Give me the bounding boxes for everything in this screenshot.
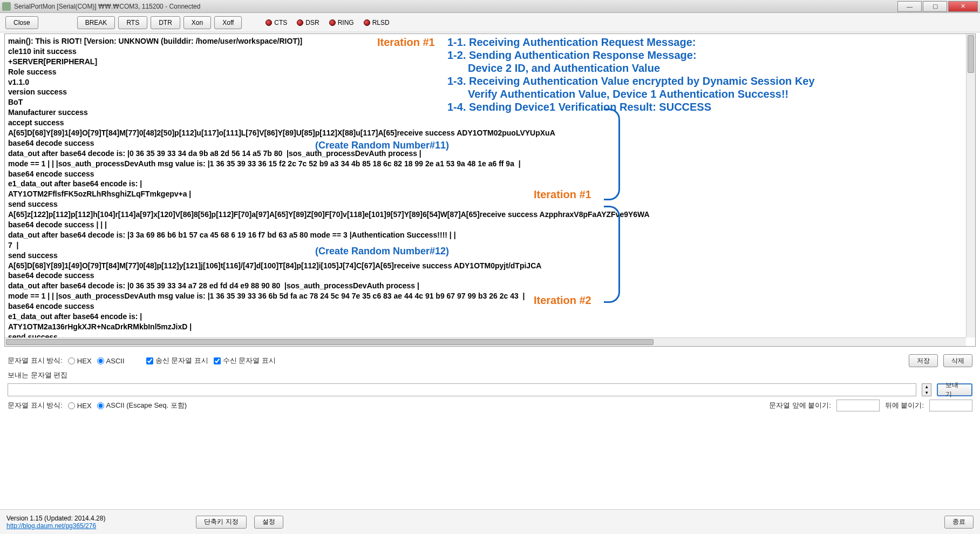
console-line: BoT	[8, 97, 972, 107]
edit-send-label: 보내는 문자열 편집	[8, 370, 67, 380]
close-button[interactable]: Close	[5, 16, 38, 29]
console-line: version success	[8, 87, 972, 97]
vertical-scrollbar[interactable]	[966, 34, 975, 337]
save-button[interactable]: 저장	[909, 354, 938, 367]
version-label: Version 1.15 (Updated: 2014.4.28)	[6, 515, 105, 522]
suffix-input[interactable]	[929, 400, 972, 411]
spinner[interactable]: ▲ ▼	[922, 383, 931, 396]
rts-button[interactable]: RTS	[118, 16, 147, 29]
led-cts: CTS	[266, 19, 287, 26]
led-dot-icon	[297, 19, 303, 26]
options-panel: 문자열 표시 방식: HEX ASCII 송신 문자열 표시 수신 문자열 표시…	[0, 348, 980, 418]
console-line: base64 decode success | | |	[8, 220, 972, 230]
scrollbar-thumb[interactable]	[6, 339, 654, 345]
console-line: mode == 1 | | |sos_auth_processDevAuth m…	[8, 159, 972, 169]
console-line: send success	[8, 199, 972, 209]
checkbox-show-tx[interactable]: 송신 문자열 표시	[146, 356, 208, 366]
blog-link[interactable]: http://blog.daum.net/pg365/276	[6, 522, 96, 530]
send-button[interactable]: 보내기	[937, 383, 972, 396]
exit-button[interactable]: 종료	[944, 516, 974, 529]
led-rlsd: RLSD	[364, 19, 390, 26]
minimize-button[interactable]: —	[897, 1, 922, 12]
console-line: send success	[8, 251, 972, 261]
window-close-button[interactable]: ✕	[948, 1, 978, 12]
console-line: A[65]z[122]p[112]p[112]h[104]r[114]a[97]…	[8, 209, 972, 220]
console-line: Manufacturer success	[8, 107, 972, 118]
scrollbar-thumb[interactable]	[968, 35, 974, 73]
prefix-input[interactable]	[836, 400, 880, 411]
radio-hex[interactable]: HEX	[68, 357, 92, 365]
console-line: base64 decode success	[8, 138, 972, 148]
checkbox-show-rx[interactable]: 수신 문자열 표시	[214, 356, 276, 366]
console-line: e1_data_out after base64 encode is: |	[8, 179, 972, 189]
footer: Version 1.15 (Updated: 2014.4.28) http:/…	[0, 509, 980, 534]
settings-button[interactable]: 설정	[254, 516, 283, 529]
console-line: data_out after base64 decode is: |3 3a 6…	[8, 230, 972, 240]
console-area: main(): This is RIOT! [Version: UNKNOWN …	[4, 33, 976, 347]
break-button[interactable]: BREAK	[77, 16, 115, 29]
console-line: base64 encode success	[8, 169, 972, 179]
console-line: +SERVER[PERIPHERAL]	[8, 57, 972, 67]
console-line: e1_data_out after base64 encode is: |	[8, 312, 972, 322]
console-line: mode == 1 | | |sos_auth_processDevAuth m…	[8, 291, 972, 301]
led-dot-icon	[266, 19, 272, 26]
console-line: ATY1OTM2a136rHgkXJR+NcaDrkRMkbInl5mzJixD…	[8, 322, 972, 332]
toolbar: Close BREAK RTS DTR Xon Xoff CTS DSR RIN…	[0, 13, 980, 32]
console-line: cle110 init success	[8, 46, 972, 57]
shortcut-button[interactable]: 단축키 지정	[196, 516, 246, 529]
console-line: v1.1.0	[8, 77, 972, 87]
window-title: SerialPortMon [Serial(COM)] ₩₩.₩COM3, 11…	[14, 3, 896, 10]
xon-button[interactable]: Xon	[183, 16, 211, 29]
console-line: 7 |	[8, 240, 972, 251]
xoff-button[interactable]: Xoff	[214, 16, 242, 29]
horizontal-scrollbar[interactable]	[5, 337, 966, 346]
console-line: data_out after base64 decode is: |0 36 3…	[8, 148, 972, 159]
dtr-button[interactable]: DTR	[151, 16, 180, 29]
console-line: data_out after base64 decode is: |0 36 3…	[8, 281, 972, 291]
spin-up-icon[interactable]: ▲	[922, 384, 931, 390]
radio-ascii[interactable]: ASCII	[97, 357, 125, 365]
radio-ascii-esc[interactable]: ASCII (Escape Seq. 포함)	[97, 401, 187, 410]
radio-hex-2[interactable]: HEX	[68, 402, 92, 410]
console-line: base64 decode success	[8, 271, 972, 281]
console-line: main(): This is RIOT! [Version: UNKNOWN …	[8, 36, 972, 46]
spin-down-icon[interactable]: ▼	[922, 390, 931, 396]
console-line: base64 encode success	[8, 301, 972, 312]
led-dot-icon	[364, 19, 370, 26]
console-output[interactable]: main(): This is RIOT! [Version: UNKNOWN …	[5, 34, 975, 346]
prefix-label: 문자열 앞에 붙이기:	[769, 401, 831, 410]
console-line: A[65]D[68]Y[89]1[49]O[79]T[84]M[77]0[48]…	[8, 128, 972, 138]
console-line: ATY1OTM2FflsfFK5ozRLhRhsghiZLqFTmkgepv+a…	[8, 189, 972, 199]
delete-button[interactable]: 삭제	[943, 354, 972, 367]
window-titlebar: SerialPortMon [Serial(COM)] ₩₩.₩COM3, 11…	[0, 0, 980, 13]
console-line: A[65]D[68]Y[89]1[49]O[79]T[84]M[77]0[48]…	[8, 261, 972, 271]
led-dot-icon	[329, 19, 336, 26]
app-icon	[2, 2, 11, 11]
led-dsr: DSR	[297, 19, 319, 26]
display-mode-label: 문자열 표시 방식:	[8, 356, 63, 366]
led-ring: RING	[329, 19, 354, 26]
maximize-button[interactable]: ▢	[923, 1, 947, 12]
send-input[interactable]	[8, 383, 916, 396]
console-line: accept success	[8, 118, 972, 128]
display-mode-label-2: 문자열 표시 방식:	[8, 401, 63, 410]
console-line: Role success	[8, 67, 972, 77]
suffix-label: 뒤에 붙이기:	[885, 401, 924, 410]
